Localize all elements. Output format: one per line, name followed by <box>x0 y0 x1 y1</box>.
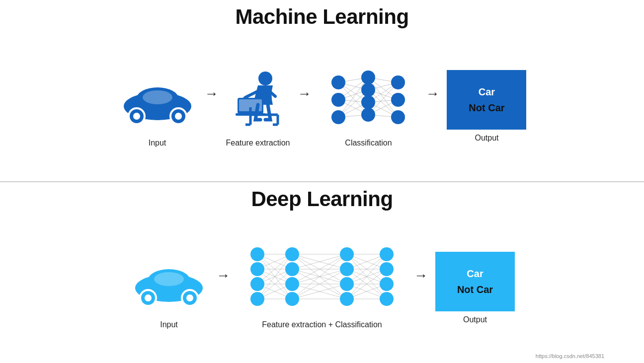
dl-nn-item: Feature extraction + Classification <box>238 247 406 329</box>
dl-output-label: Output <box>463 315 487 324</box>
svg-point-47 <box>154 272 184 286</box>
svg-point-7 <box>258 72 272 85</box>
ml-car-icon <box>118 65 197 135</box>
svg-point-101 <box>250 262 264 276</box>
svg-point-108 <box>340 247 354 261</box>
ml-output-notcar: Not Car <box>469 100 504 116</box>
svg-point-42 <box>391 75 405 89</box>
svg-point-37 <box>331 110 345 124</box>
svg-point-114 <box>380 277 394 291</box>
dl-section: Deep Learning Input <box>0 182 644 363</box>
svg-point-44 <box>391 110 405 124</box>
ml-feature-label: Feature extraction <box>226 139 290 147</box>
dl-arrow-2: → <box>414 268 428 284</box>
dl-output-item: Car Not Car Output <box>435 252 515 324</box>
dl-nn-icon <box>238 247 406 316</box>
ml-nn-icon <box>319 65 418 135</box>
svg-point-102 <box>250 277 264 291</box>
ml-input-label: Input <box>149 139 166 147</box>
watermark: https://blog.csdn.net/845381 <box>536 353 604 359</box>
ml-arrow-3: → <box>425 86 439 102</box>
dl-arrow-1: → <box>216 268 230 284</box>
svg-point-35 <box>331 75 345 89</box>
dl-output-notcar: Not Car <box>457 282 493 297</box>
svg-point-100 <box>250 247 264 261</box>
svg-point-6 <box>175 113 182 120</box>
ml-output-car: Car <box>479 84 495 100</box>
svg-point-109 <box>340 262 354 276</box>
ml-classification-item: Classification <box>319 65 418 147</box>
svg-point-104 <box>285 247 299 261</box>
svg-point-43 <box>391 93 405 107</box>
ml-output-box: Car Not Car <box>447 70 526 130</box>
ml-output-label: Output <box>475 134 498 143</box>
svg-point-38 <box>361 71 375 84</box>
ml-output-item: Car Not Car Output <box>447 70 526 143</box>
ml-person-icon <box>228 65 288 135</box>
ml-section: Machine Learning <box>0 0 644 181</box>
svg-point-110 <box>340 277 354 291</box>
ml-flow-row: Input → <box>118 34 527 179</box>
svg-point-49 <box>145 294 152 301</box>
ml-arrow-2: → <box>297 86 311 102</box>
svg-point-103 <box>250 292 264 306</box>
svg-point-107 <box>285 292 299 306</box>
svg-point-36 <box>331 93 345 107</box>
dl-output-box: Car Not Car <box>435 252 515 311</box>
svg-point-113 <box>380 262 394 276</box>
ml-feature-item: Feature extraction <box>226 65 290 147</box>
dl-feature-label: Feature extraction + Classification <box>262 320 382 329</box>
dl-output-car: Car <box>467 266 483 282</box>
svg-point-111 <box>340 292 354 306</box>
svg-point-2 <box>143 90 172 104</box>
dl-title: Deep Learning <box>251 187 393 211</box>
svg-point-4 <box>133 113 140 120</box>
ml-title: Machine Learning <box>235 5 408 29</box>
dl-input-label: Input <box>160 320 178 329</box>
svg-point-41 <box>361 108 375 122</box>
svg-point-105 <box>285 262 299 276</box>
svg-point-39 <box>361 83 375 97</box>
dl-flow-row: Input → <box>129 216 515 361</box>
svg-point-112 <box>380 247 394 261</box>
svg-point-40 <box>361 95 375 109</box>
svg-point-51 <box>186 294 193 301</box>
dl-input-item: Input <box>129 247 209 329</box>
ml-classification-label: Classification <box>345 139 392 147</box>
main-container: Machine Learning <box>0 0 644 363</box>
ml-input-item: Input <box>118 65 197 147</box>
ml-arrow-1: → <box>205 86 219 102</box>
svg-point-115 <box>380 292 394 306</box>
dl-car-icon <box>129 247 209 316</box>
svg-point-106 <box>285 277 299 291</box>
